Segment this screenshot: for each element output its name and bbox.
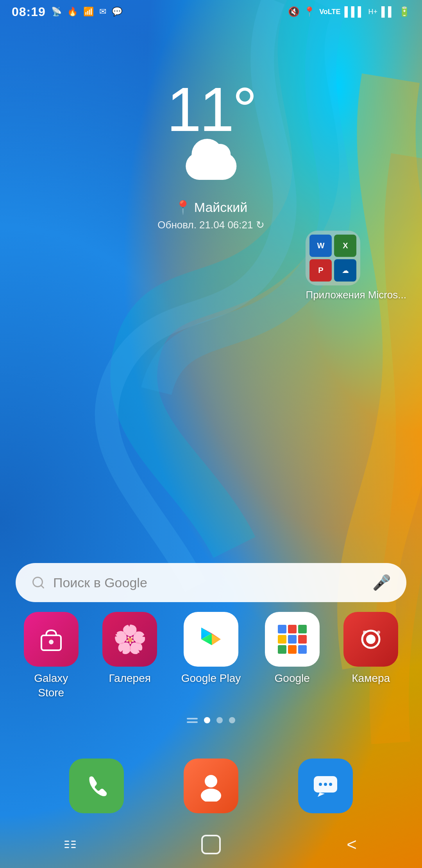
home-icon — [201, 835, 221, 854]
status-right: 🔇 📍 VoLTE ▌▌▌ H+ ▌▌ 🔋 — [288, 6, 410, 17]
galaxy-store-app[interactable]: GalaxyStore — [24, 612, 79, 700]
page-line-1 — [187, 718, 198, 719]
chat-bubble-icon — [310, 770, 341, 802]
camera-body-icon — [355, 624, 386, 655]
fire-icon: 🔥 — [67, 7, 78, 17]
volte-label: VoLTE — [319, 8, 340, 16]
svg-point-25 — [324, 783, 327, 786]
gallery-app[interactable]: 🌸 Галерея — [102, 612, 157, 685]
weather-temperature: 11° — [157, 78, 264, 141]
google-search-bar[interactable]: Поиск в Google 🎤 — [16, 563, 406, 602]
mute-icon: 🔇 — [288, 6, 300, 17]
svg-rect-12 — [288, 635, 297, 644]
google-label: Google — [275, 671, 310, 685]
svg-line-1 — [41, 585, 44, 588]
phone-handset-icon — [82, 771, 111, 801]
svg-rect-27 — [64, 841, 69, 842]
svg-rect-16 — [298, 645, 307, 654]
weather-location: 📍 Майский — [157, 199, 264, 215]
google-apps-grid — [275, 622, 310, 657]
svg-point-20 — [377, 631, 380, 634]
messages-icon — [298, 759, 353, 813]
svg-marker-6 — [212, 633, 221, 645]
contacts-icon — [184, 759, 238, 813]
svg-point-18 — [366, 635, 376, 644]
google-play-icon — [184, 612, 238, 667]
camera-app[interactable]: Камера — [343, 612, 398, 685]
ms-apps-folder[interactable]: W X P ☁ Приложения Micros... — [306, 231, 406, 302]
svg-rect-14 — [278, 645, 286, 654]
google-play-app[interactable]: Google Play — [181, 612, 241, 685]
weather-widget[interactable]: 11° 📍 Майский Обновл. 21.04 06:21 ↻ — [157, 78, 264, 231]
nav-bar: < — [0, 821, 422, 868]
svg-rect-10 — [298, 625, 307, 633]
google-app[interactable]: Google — [265, 612, 320, 685]
svg-rect-30 — [71, 841, 76, 842]
play-store-logo — [195, 624, 227, 655]
page-indicators — [0, 717, 422, 723]
svg-rect-29 — [64, 847, 69, 848]
page-dot-2 — [216, 717, 223, 723]
svg-rect-15 — [288, 645, 297, 654]
wifi-icon: 📶 — [83, 7, 94, 17]
hplus-icon: H+ — [368, 8, 377, 16]
location-icon: 📍 — [304, 6, 315, 17]
svg-rect-28 — [64, 844, 69, 845]
svg-rect-8 — [278, 625, 286, 633]
svg-point-26 — [329, 783, 332, 786]
camera-icon — [343, 612, 398, 667]
status-left: 08:19 📡 🔥 📶 ✉ 💬 — [12, 5, 122, 19]
svg-rect-19 — [363, 631, 366, 634]
shopping-bag-icon — [38, 626, 65, 653]
page-line-2 — [187, 721, 198, 723]
svg-point-3 — [49, 640, 54, 644]
signal-icon: ▌▌▌ — [344, 6, 364, 17]
battery-icon: 🔋 — [399, 6, 410, 17]
svg-point-21 — [205, 775, 217, 787]
page-indicator-lines — [187, 718, 198, 723]
home-button[interactable] — [195, 829, 227, 860]
page-dot-3 — [229, 717, 235, 723]
page-dot-active — [204, 717, 210, 723]
status-bar: 08:19 📡 🔥 📶 ✉ 💬 🔇 📍 VoLTE ▌▌▌ H+ ▌▌ 🔋 — [0, 0, 422, 23]
powerpoint-icon: P — [309, 259, 332, 282]
phone-app[interactable] — [69, 759, 124, 813]
phone-icon — [69, 759, 124, 813]
app-row: GalaxyStore 🌸 Галерея — [0, 612, 422, 700]
svg-rect-9 — [288, 625, 297, 633]
refresh-icon[interactable]: ↻ — [256, 219, 265, 231]
message-icon: ✉ — [99, 7, 106, 17]
recent-apps-icon — [63, 837, 78, 852]
bottom-dock — [0, 759, 422, 813]
camera-label: Камера — [352, 671, 390, 685]
cloud-icon — [186, 152, 236, 180]
gallery-icon: 🌸 — [102, 612, 157, 667]
onedrive-icon: ☁ — [334, 259, 356, 282]
svg-point-22 — [201, 789, 221, 802]
messages-app[interactable] — [298, 759, 353, 813]
recent-apps-button[interactable] — [55, 829, 86, 860]
search-placeholder: Поиск в Google — [53, 575, 365, 590]
galaxy-store-icon — [24, 612, 79, 667]
svg-rect-32 — [71, 847, 76, 848]
location-pin-icon: 📍 — [175, 199, 191, 215]
rss-icon: 📡 — [51, 7, 62, 17]
contacts-app[interactable] — [184, 759, 238, 813]
svg-rect-13 — [298, 635, 307, 644]
google-icon — [265, 612, 320, 667]
google-play-label: Google Play — [181, 671, 241, 685]
svg-point-24 — [319, 783, 322, 786]
svg-rect-11 — [278, 635, 286, 644]
word-icon: W — [309, 235, 332, 257]
time-display: 08:19 — [12, 5, 46, 19]
person-icon — [195, 770, 227, 802]
excel-icon: X — [334, 235, 356, 257]
voice-search-icon[interactable]: 🎤 — [372, 574, 391, 591]
folder-label: Приложения Micros... — [306, 289, 406, 302]
svg-rect-31 — [71, 844, 76, 845]
back-button[interactable]: < — [336, 829, 367, 860]
galaxy-store-label: GalaxyStore — [34, 671, 68, 700]
google-logo-icon — [31, 576, 45, 590]
signal2-icon: ▌▌ — [381, 6, 395, 17]
whatsapp-icon: 💬 — [112, 7, 122, 17]
